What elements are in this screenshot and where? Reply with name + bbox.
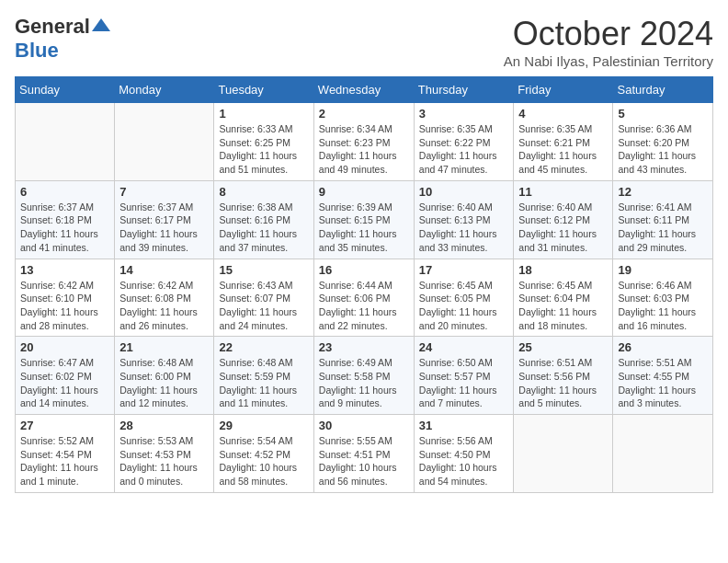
day-number: 12 <box>618 185 708 199</box>
day-info: Sunrise: 6:41 AM Sunset: 6:11 PM Dayligh… <box>618 201 708 255</box>
day-info: Sunrise: 6:46 AM Sunset: 6:03 PM Dayligh… <box>618 279 708 333</box>
day-number: 19 <box>618 263 708 277</box>
calendar-cell: 13Sunrise: 6:42 AM Sunset: 6:10 PM Dayli… <box>16 259 115 337</box>
day-number: 8 <box>219 185 308 199</box>
calendar-header-tuesday: Tuesday <box>214 77 313 103</box>
day-info: Sunrise: 6:37 AM Sunset: 6:17 PM Dayligh… <box>119 201 209 255</box>
calendar-header-friday: Friday <box>514 77 613 103</box>
calendar-header-saturday: Saturday <box>613 77 713 103</box>
calendar-header-thursday: Thursday <box>414 77 514 103</box>
day-info: Sunrise: 6:45 AM Sunset: 6:04 PM Dayligh… <box>518 279 608 333</box>
logo-triangle-icon <box>92 18 110 31</box>
day-info: Sunrise: 6:44 AM Sunset: 6:06 PM Dayligh… <box>319 279 409 333</box>
day-info: Sunrise: 6:51 AM Sunset: 5:56 PM Dayligh… <box>518 356 608 410</box>
calendar-cell: 2Sunrise: 6:34 AM Sunset: 6:23 PM Daylig… <box>313 103 414 181</box>
day-info: Sunrise: 6:37 AM Sunset: 6:18 PM Dayligh… <box>20 201 109 255</box>
day-info: Sunrise: 6:40 AM Sunset: 6:12 PM Dayligh… <box>518 201 608 255</box>
calendar-cell: 8Sunrise: 6:38 AM Sunset: 6:16 PM Daylig… <box>214 180 313 259</box>
calendar-cell: 28Sunrise: 5:53 AM Sunset: 4:53 PM Dayli… <box>115 415 214 493</box>
day-number: 15 <box>219 263 308 277</box>
day-info: Sunrise: 6:34 AM Sunset: 6:23 PM Dayligh… <box>319 122 409 177</box>
day-number: 28 <box>119 419 209 432</box>
day-info: Sunrise: 5:56 AM Sunset: 4:50 PM Dayligh… <box>419 434 509 488</box>
calendar-cell: 30Sunrise: 5:55 AM Sunset: 4:51 PM Dayli… <box>313 415 414 493</box>
day-number: 26 <box>618 340 708 354</box>
calendar-cell: 27Sunrise: 5:52 AM Sunset: 4:54 PM Dayli… <box>16 415 115 493</box>
day-info: Sunrise: 6:39 AM Sunset: 6:15 PM Dayligh… <box>319 201 409 255</box>
calendar-cell: 1Sunrise: 6:33 AM Sunset: 6:25 PM Daylig… <box>214 103 313 181</box>
day-number: 21 <box>119 340 209 354</box>
day-number: 22 <box>219 340 308 354</box>
calendar-table: SundayMondayTuesdayWednesdayThursdayFrid… <box>15 76 713 493</box>
calendar-cell: 7Sunrise: 6:37 AM Sunset: 6:17 PM Daylig… <box>115 180 214 259</box>
calendar-header-row: SundayMondayTuesdayWednesdayThursdayFrid… <box>16 77 713 103</box>
day-number: 9 <box>319 185 409 199</box>
calendar-cell: 29Sunrise: 5:54 AM Sunset: 4:52 PM Dayli… <box>214 415 313 493</box>
calendar-cell: 23Sunrise: 6:49 AM Sunset: 5:58 PM Dayli… <box>313 337 414 415</box>
day-info: Sunrise: 6:50 AM Sunset: 5:57 PM Dayligh… <box>419 356 509 410</box>
day-info: Sunrise: 5:55 AM Sunset: 4:51 PM Dayligh… <box>319 434 409 488</box>
calendar-week-2: 6Sunrise: 6:37 AM Sunset: 6:18 PM Daylig… <box>16 180 713 259</box>
day-info: Sunrise: 5:51 AM Sunset: 4:55 PM Dayligh… <box>618 356 708 410</box>
day-number: 13 <box>20 263 109 277</box>
calendar-cell: 4Sunrise: 6:35 AM Sunset: 6:21 PM Daylig… <box>514 103 613 181</box>
day-info: Sunrise: 6:48 AM Sunset: 5:59 PM Dayligh… <box>219 356 308 410</box>
day-info: Sunrise: 6:49 AM Sunset: 5:58 PM Dayligh… <box>319 356 409 410</box>
calendar-cell: 6Sunrise: 6:37 AM Sunset: 6:18 PM Daylig… <box>16 180 115 259</box>
day-info: Sunrise: 6:36 AM Sunset: 6:20 PM Dayligh… <box>618 122 708 177</box>
page-header: General Blue October 2024 An Nabi Ilyas,… <box>15 15 713 69</box>
calendar-cell: 18Sunrise: 6:45 AM Sunset: 6:04 PM Dayli… <box>514 259 613 337</box>
day-info: Sunrise: 6:35 AM Sunset: 6:22 PM Dayligh… <box>419 122 509 177</box>
day-number: 5 <box>618 107 708 121</box>
calendar-cell: 19Sunrise: 6:46 AM Sunset: 6:03 PM Dayli… <box>613 259 713 337</box>
day-number: 17 <box>419 263 509 277</box>
day-number: 1 <box>219 107 308 121</box>
day-info: Sunrise: 5:53 AM Sunset: 4:53 PM Dayligh… <box>119 434 209 488</box>
day-info: Sunrise: 6:45 AM Sunset: 6:05 PM Dayligh… <box>419 279 509 333</box>
day-info: Sunrise: 6:42 AM Sunset: 6:08 PM Dayligh… <box>119 279 209 333</box>
day-number: 24 <box>419 340 509 354</box>
calendar-cell: 31Sunrise: 5:56 AM Sunset: 4:50 PM Dayli… <box>414 415 514 493</box>
day-info: Sunrise: 6:43 AM Sunset: 6:07 PM Dayligh… <box>219 279 308 333</box>
day-info: Sunrise: 6:47 AM Sunset: 6:02 PM Dayligh… <box>20 356 109 410</box>
day-number: 2 <box>319 107 409 121</box>
day-number: 20 <box>20 340 109 354</box>
logo-general-text: General <box>15 15 90 39</box>
calendar-header-wednesday: Wednesday <box>313 77 414 103</box>
calendar-cell <box>613 415 713 493</box>
day-number: 27 <box>20 419 109 432</box>
calendar-cell: 9Sunrise: 6:39 AM Sunset: 6:15 PM Daylig… <box>313 180 414 259</box>
day-info: Sunrise: 5:52 AM Sunset: 4:54 PM Dayligh… <box>20 434 109 488</box>
day-number: 29 <box>219 419 308 432</box>
logo-blue-text: Blue <box>15 39 59 62</box>
day-number: 14 <box>119 263 209 277</box>
day-info: Sunrise: 6:35 AM Sunset: 6:21 PM Dayligh… <box>518 122 608 177</box>
day-number: 31 <box>419 419 509 432</box>
calendar-week-5: 27Sunrise: 5:52 AM Sunset: 4:54 PM Dayli… <box>16 415 713 493</box>
day-number: 16 <box>319 263 409 277</box>
day-number: 3 <box>419 107 509 121</box>
calendar-cell: 3Sunrise: 6:35 AM Sunset: 6:22 PM Daylig… <box>414 103 514 181</box>
calendar-cell: 14Sunrise: 6:42 AM Sunset: 6:08 PM Dayli… <box>115 259 214 337</box>
day-number: 23 <box>319 340 409 354</box>
day-number: 18 <box>518 263 608 277</box>
day-number: 11 <box>518 185 608 199</box>
calendar-cell: 10Sunrise: 6:40 AM Sunset: 6:13 PM Dayli… <box>414 180 514 259</box>
day-number: 25 <box>518 340 608 354</box>
day-info: Sunrise: 6:42 AM Sunset: 6:10 PM Dayligh… <box>20 279 109 333</box>
calendar-cell: 17Sunrise: 6:45 AM Sunset: 6:05 PM Dayli… <box>414 259 514 337</box>
month-title: October 2024 <box>504 15 713 53</box>
calendar-cell: 25Sunrise: 6:51 AM Sunset: 5:56 PM Dayli… <box>514 337 613 415</box>
day-info: Sunrise: 5:54 AM Sunset: 4:52 PM Dayligh… <box>219 434 308 488</box>
day-number: 30 <box>319 419 409 432</box>
day-info: Sunrise: 6:40 AM Sunset: 6:13 PM Dayligh… <box>419 201 509 255</box>
calendar-week-1: 1Sunrise: 6:33 AM Sunset: 6:25 PM Daylig… <box>16 103 713 181</box>
calendar-cell: 5Sunrise: 6:36 AM Sunset: 6:20 PM Daylig… <box>613 103 713 181</box>
calendar-cell <box>514 415 613 493</box>
calendar-cell: 21Sunrise: 6:48 AM Sunset: 6:00 PM Dayli… <box>115 337 214 415</box>
calendar-cell <box>16 103 115 181</box>
logo: General Blue <box>15 15 110 63</box>
calendar-cell: 20Sunrise: 6:47 AM Sunset: 6:02 PM Dayli… <box>16 337 115 415</box>
day-info: Sunrise: 6:38 AM Sunset: 6:16 PM Dayligh… <box>219 201 308 255</box>
location-title: An Nabi Ilyas, Palestinian Territory <box>504 53 713 69</box>
